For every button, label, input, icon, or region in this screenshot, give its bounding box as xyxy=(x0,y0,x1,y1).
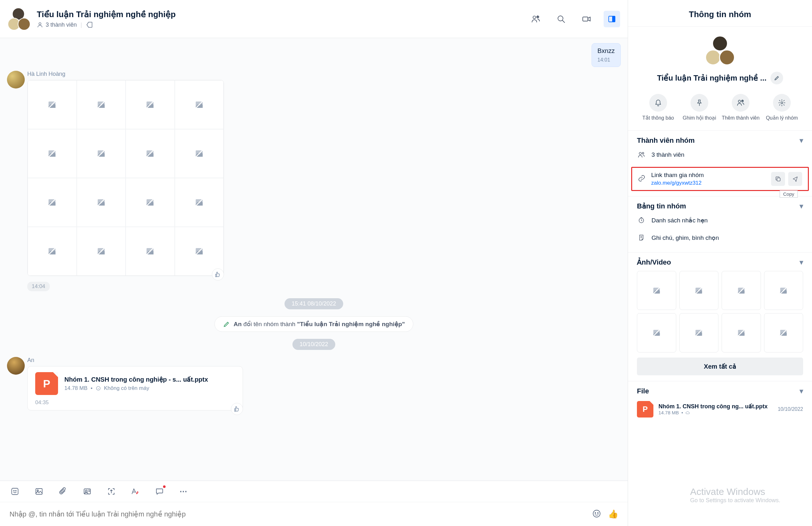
edit-icon xyxy=(223,321,230,328)
reminders-row[interactable]: Danh sách nhắc hẹn xyxy=(637,212,803,229)
quick-like-button[interactable]: 👍 xyxy=(608,509,618,519)
svg-rect-8 xyxy=(612,16,615,22)
contact-card-button[interactable] xyxy=(82,486,92,497)
outgoing-message[interactable]: Bxnzz 14:01 xyxy=(592,43,621,67)
see-all-media-button[interactable]: Xem tất cả xyxy=(637,357,803,375)
image-thumbnail[interactable] xyxy=(126,227,175,276)
media-thumbnail[interactable] xyxy=(764,313,803,353)
message-input[interactable] xyxy=(10,510,592,518)
media-thumbnail[interactable] xyxy=(764,271,803,310)
add-member-button[interactable] xyxy=(527,11,544,27)
file-status: Không có trên máy xyxy=(104,385,149,392)
powerpoint-file-icon: P xyxy=(637,401,653,417)
media-section-header[interactable]: Ảnh/Video ▾ xyxy=(637,258,803,267)
image-thumbnail[interactable] xyxy=(77,129,126,178)
info-icon xyxy=(96,386,101,391)
screenshot-button[interactable] xyxy=(106,486,117,497)
cloud-icon xyxy=(685,411,690,415)
sender-avatar[interactable] xyxy=(7,357,25,375)
image-thumbnail[interactable] xyxy=(28,178,77,227)
powerpoint-file-icon: P xyxy=(35,372,58,395)
members-icon xyxy=(37,22,43,28)
image-grid-message[interactable] xyxy=(27,80,224,276)
file-size: 14.78 MB xyxy=(64,385,88,392)
image-thumbnail[interactable] xyxy=(77,178,126,227)
image-button[interactable] xyxy=(34,486,44,497)
manage-group-button[interactable]: Quản lý nhóm xyxy=(763,94,801,122)
svg-point-12 xyxy=(16,491,16,491)
chevron-down-icon: ▾ xyxy=(800,137,803,145)
media-thumbnail[interactable] xyxy=(679,271,719,310)
priority-message-button[interactable] xyxy=(154,486,165,497)
media-thumbnail[interactable] xyxy=(637,271,676,310)
svg-rect-21 xyxy=(777,177,780,181)
reaction-button[interactable] xyxy=(231,403,243,415)
toggle-sidebar-button[interactable] xyxy=(604,11,620,27)
notes-row[interactable]: Ghi chú, ghim, bình chọn xyxy=(637,229,803,246)
svg-point-18 xyxy=(595,513,596,514)
copy-link-button[interactable] xyxy=(771,172,785,186)
members-section-header[interactable]: Thành viên nhóm ▾ xyxy=(637,137,803,145)
chevron-down-icon: ▾ xyxy=(800,387,803,395)
chat-message-list: Bxnzz 14:01 Hà Linh Hoàng xyxy=(0,38,628,481)
date-divider: 10/10/2022 xyxy=(292,339,335,350)
member-count[interactable]: 3 thành viên xyxy=(46,22,77,28)
image-thumbnail[interactable] xyxy=(126,129,175,178)
file-name: Nhóm 1. CNSH trong công nghiệp - s... uấ… xyxy=(64,375,235,383)
svg-point-16 xyxy=(85,490,87,492)
image-thumbnail[interactable] xyxy=(175,178,224,227)
sender-avatar[interactable] xyxy=(7,71,25,88)
media-thumbnail[interactable] xyxy=(722,313,761,353)
composer: ⋯ 👍 xyxy=(0,481,628,526)
message-time: 14:04 xyxy=(27,282,50,291)
add-members-button[interactable]: Thêm thành viên xyxy=(722,94,760,122)
member-count-row[interactable]: 3 thành viên xyxy=(637,146,803,164)
svg-point-17 xyxy=(593,510,600,517)
reaction-button[interactable] xyxy=(212,268,224,281)
board-section-header[interactable]: Bảng tin nhóm ▾ xyxy=(637,202,803,210)
file-list-item[interactable]: P Nhóm 1. CNSH trong công ng... uất.pptx… xyxy=(637,397,803,417)
image-thumbnail[interactable] xyxy=(175,129,224,178)
group-avatar[interactable] xyxy=(8,8,30,30)
group-avatar-large[interactable] xyxy=(705,35,735,65)
svg-point-11 xyxy=(14,491,14,491)
media-thumbnail[interactable] xyxy=(679,313,719,353)
svg-rect-10 xyxy=(12,488,18,495)
format-button[interactable] xyxy=(130,486,141,497)
file-date: 10/10/2022 xyxy=(778,407,803,412)
sticker-button[interactable] xyxy=(10,486,20,497)
image-thumbnail[interactable] xyxy=(28,80,77,129)
sidebar-title: Thông tin nhóm xyxy=(628,0,812,27)
image-thumbnail[interactable] xyxy=(28,129,77,178)
chat-title: Tiểu luận Trải nghiệm nghề nghiệp xyxy=(37,10,527,19)
system-message: An đổi tên nhóm thành "Tiểu luận Trải ng… xyxy=(214,316,414,332)
sender-name: Hà Linh Hoàng xyxy=(27,71,621,77)
svg-point-19 xyxy=(598,513,598,514)
invite-link-url[interactable]: zalo.me/g/gyxwtz312 xyxy=(651,180,765,186)
image-thumbnail[interactable] xyxy=(28,227,77,276)
pin-conversation-button[interactable]: Ghim hội thoại xyxy=(680,94,719,122)
info-sidebar: Thông tin nhóm Tiểu luận Trải nghiệm ngh… xyxy=(628,0,812,526)
share-link-button[interactable] xyxy=(788,172,802,186)
tag-icon[interactable] xyxy=(86,21,93,28)
svg-point-14 xyxy=(37,490,38,491)
image-thumbnail[interactable] xyxy=(77,227,126,276)
mute-notifications-button[interactable]: Tắt thông báo xyxy=(639,94,677,122)
svg-point-4 xyxy=(39,23,41,25)
video-call-button[interactable] xyxy=(578,11,595,27)
search-button[interactable] xyxy=(553,11,569,27)
more-button[interactable]: ⋯ xyxy=(178,486,189,497)
files-section-header[interactable]: File ▾ xyxy=(637,387,803,395)
edit-group-name-button[interactable] xyxy=(770,72,783,84)
media-thumbnail[interactable] xyxy=(637,313,676,353)
chat-header: Tiểu luận Trải nghiệm nghề nghiệp 3 thàn… xyxy=(0,0,628,38)
image-thumbnail[interactable] xyxy=(175,80,224,129)
attachment-button[interactable] xyxy=(58,486,69,497)
emoji-button[interactable] xyxy=(592,509,601,519)
image-thumbnail[interactable] xyxy=(126,80,175,129)
image-thumbnail[interactable] xyxy=(77,80,126,129)
image-thumbnail[interactable] xyxy=(126,178,175,227)
media-thumbnail[interactable] xyxy=(722,271,761,310)
sender-name: An xyxy=(27,357,621,364)
chevron-down-icon: ▾ xyxy=(800,258,803,267)
